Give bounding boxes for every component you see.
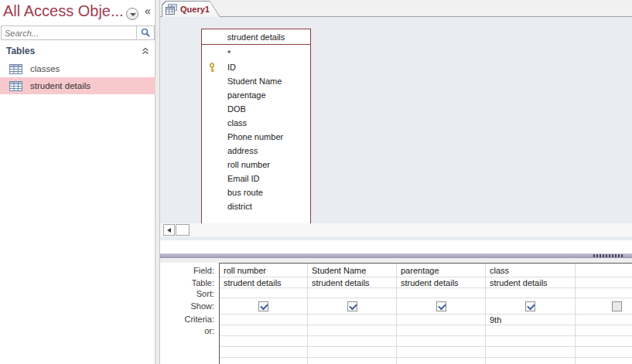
access-query-design-window: All Access Obje... « Tables [0, 0, 632, 364]
grid-cell-criteria-3[interactable]: 9th [486, 315, 576, 325]
grid-row-label-criteria: Criteria: [160, 314, 214, 325]
grid-cell-table-3[interactable]: strudent details [486, 277, 576, 288]
grid-cell-empty[interactable] [486, 358, 576, 364]
design-grid: roll number Student Name parentage class… [219, 263, 632, 364]
table-icon [9, 81, 22, 91]
grid-cell-empty[interactable] [486, 347, 576, 358]
grid-cell-table-1[interactable]: strudent details [308, 277, 397, 288]
grid-cell-show-3 [486, 298, 576, 315]
grid-cell-empty[interactable] [576, 336, 632, 347]
grid-row-label-or: or: [160, 325, 214, 336]
grid-cell-sort-1[interactable] [308, 288, 397, 298]
scrollbar-thumb[interactable] [176, 224, 190, 236]
grid-cell-empty[interactable] [220, 347, 308, 358]
grid-cell-table-4[interactable] [576, 277, 632, 288]
field-list-item[interactable]: district [202, 199, 310, 213]
grid-cell-show-0 [220, 298, 308, 315]
nav-group-tables[interactable]: Tables [0, 44, 155, 58]
field-list-item[interactable]: bus route [202, 185, 310, 199]
grid-cell-sort-4[interactable] [576, 288, 632, 298]
search-input[interactable] [2, 26, 136, 39]
field-list-item[interactable]: * [202, 46, 310, 60]
grid-cell-empty[interactable] [576, 358, 632, 364]
scroll-left-button[interactable] [163, 224, 175, 236]
tab-strip: Query1 [160, 0, 632, 17]
search-icon[interactable] [136, 26, 154, 39]
nav-pane-header: All Access Obje... « [0, 0, 155, 26]
grid-cell-or-0[interactable] [220, 325, 308, 336]
field-list-title[interactable]: strudent details [202, 29, 310, 45]
field-list: * ID Student Name parentage DOB class Ph… [202, 46, 310, 213]
grid-cell-empty[interactable] [486, 336, 576, 347]
grid-cell-empty[interactable] [308, 336, 397, 347]
grid-cell-or-2[interactable] [397, 325, 486, 336]
sidebar-item-strudent-details[interactable]: strudent details [0, 77, 155, 94]
field-name: ID [227, 63, 236, 72]
grid-cell-empty[interactable] [397, 358, 486, 364]
show-checkbox[interactable] [612, 301, 622, 311]
field-list-item[interactable]: parentage [202, 88, 310, 102]
show-checkbox[interactable] [525, 301, 535, 311]
field-list-item[interactable]: Student Name [202, 74, 310, 88]
grid-cell-sort-0[interactable] [220, 288, 308, 298]
grid-row-label-sort: Sort: [160, 288, 214, 299]
magnifier-icon [141, 28, 151, 38]
grid-cell-table-0[interactable]: strudent details [220, 277, 308, 288]
nav-pane-menu-button[interactable] [126, 8, 138, 20]
grid-cell-empty[interactable] [397, 336, 486, 347]
grid-cell-field-4[interactable] [576, 264, 632, 277]
field-list-item[interactable]: ID [202, 60, 310, 74]
table-icon [9, 64, 22, 74]
diagram-hscrollbar[interactable] [160, 223, 632, 236]
grid-cell-empty[interactable] [220, 358, 308, 364]
arrow-left-icon [167, 228, 171, 233]
grid-cell-empty[interactable] [308, 347, 397, 358]
field-list-strudent-details: strudent details * ID Student Name paren… [201, 29, 311, 236]
grid-cell-or-1[interactable] [308, 325, 397, 336]
nav-item-label: strudent details [30, 81, 91, 90]
field-list-item[interactable]: DOB [202, 102, 310, 116]
grid-cell-criteria-1[interactable] [308, 315, 397, 325]
show-checkbox[interactable] [347, 301, 357, 311]
grid-cell-criteria-4[interactable] [576, 315, 632, 325]
grid-cell-empty[interactable] [220, 336, 308, 347]
grid-cell-criteria-0[interactable] [220, 315, 308, 325]
grid-row-label-table: Table: [160, 277, 214, 288]
search-box [1, 26, 155, 40]
grid-row-label-field: Field: [160, 265, 214, 276]
chevron-down-icon [130, 13, 136, 16]
show-checkbox[interactable] [436, 301, 446, 311]
field-list-item[interactable]: class [202, 116, 310, 130]
grid-cell-field-0[interactable]: roll number [220, 264, 308, 277]
field-list-item[interactable]: Email ID [202, 172, 310, 185]
grid-cell-criteria-2[interactable] [397, 315, 486, 325]
query-icon [166, 4, 177, 15]
grid-cell-or-3[interactable] [486, 325, 576, 336]
grid-cell-field-2[interactable]: parentage [397, 264, 486, 277]
grid-cell-field-1[interactable]: Student Name [308, 264, 397, 277]
navigation-pane: All Access Obje... « Tables [0, 0, 155, 364]
grid-cell-empty[interactable] [576, 347, 632, 358]
field-list-item[interactable]: Phone number [202, 130, 310, 144]
nav-pane-title: All Access Obje... [3, 2, 124, 20]
field-list-item[interactable]: roll number [202, 158, 310, 172]
document-area: Query1 strudent details * ID Student Nam… [160, 0, 632, 364]
grid-cell-show-1 [308, 298, 397, 315]
splitter-grip-icon[interactable] [593, 254, 623, 257]
grid-cell-field-3[interactable]: class [486, 264, 576, 277]
tab-label: Query1 [180, 5, 210, 14]
grid-row-label-show: Show: [160, 301, 214, 311]
grid-cell-sort-2[interactable] [397, 288, 486, 298]
show-checkbox[interactable] [258, 301, 268, 311]
grid-cell-sort-3[interactable] [486, 288, 576, 298]
sidebar-item-classes[interactable]: classes [0, 60, 155, 77]
primary-key-icon [208, 63, 217, 73]
tab-query1[interactable]: Query1 [162, 1, 220, 17]
shutter-bar-close-icon[interactable]: « [145, 5, 151, 17]
field-list-item[interactable]: address [202, 144, 310, 158]
grid-cell-empty[interactable] [308, 358, 397, 364]
grid-cell-table-2[interactable]: strudent details [397, 277, 486, 288]
grid-cell-or-4[interactable] [576, 325, 632, 336]
query-design-surface: strudent details * ID Student Name paren… [160, 17, 632, 240]
grid-cell-empty[interactable] [397, 347, 486, 358]
